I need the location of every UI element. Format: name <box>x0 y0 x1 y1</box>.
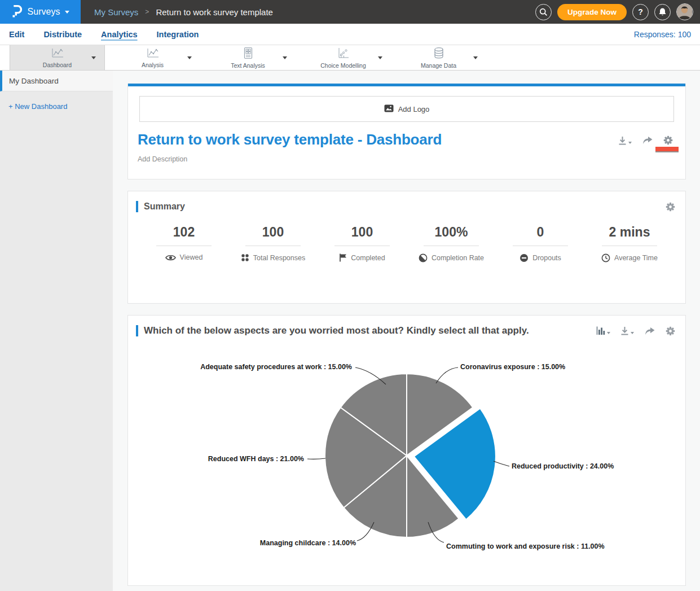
chart-share-button[interactable] <box>644 327 655 335</box>
stat-completed: 100Completed <box>318 225 407 262</box>
pie-label-adequate-safety-procedures-at-work: Adequate safety procedures at work : 15.… <box>200 363 352 371</box>
toolbar-item-choice-modelling[interactable]: Choice Modelling <box>296 45 391 70</box>
accent-topbar <box>128 84 685 86</box>
pie-label-reduced-wfh-days: Reduced WFH days : 21.00% <box>208 455 304 463</box>
nav-tab-distribute[interactable]: Distribute <box>43 30 82 39</box>
chevron-down-icon[interactable] <box>283 56 287 59</box>
subnav-tabs: EditDistributeAnalyticsIntegration <box>9 30 199 39</box>
stat-value: 100 <box>262 225 284 240</box>
eye-icon <box>165 254 176 261</box>
notifications-button[interactable] <box>654 4 671 20</box>
stat-label: Total Responses <box>253 254 305 262</box>
stat-caption: Viewed <box>165 253 203 261</box>
stat-caption: Average Time <box>601 253 658 262</box>
dots-icon <box>241 253 249 262</box>
upgrade-now-button[interactable]: Upgrade Now <box>557 4 627 20</box>
chevron-down-icon <box>65 11 69 14</box>
chevron-down-icon[interactable] <box>378 56 382 59</box>
image-icon <box>384 104 394 114</box>
stat-completion-rate: 100%Completion Rate <box>407 225 496 262</box>
pie-label-managing-childcare: Managing childcare : 14.00% <box>260 539 356 547</box>
add-logo-button[interactable]: Add Logo <box>139 96 674 122</box>
top-navbar: Surveys My Surveys > Return to work surv… <box>0 0 700 24</box>
stat-value: 102 <box>173 225 195 240</box>
accent-bar <box>136 201 138 212</box>
divider <box>602 246 657 246</box>
search-icon <box>539 8 548 16</box>
stat-caption: Completion Rate <box>419 253 484 262</box>
line-chart-icon <box>146 47 160 61</box>
summary-settings-button[interactable] <box>666 202 675 212</box>
stat-value: 100 <box>351 225 373 240</box>
chevron-down-icon[interactable] <box>473 56 478 59</box>
toolbar-item-dashboard[interactable]: Dashboard <box>10 45 105 70</box>
database-icon <box>433 47 445 62</box>
chart-download-button[interactable] <box>620 326 634 335</box>
main-content: Add Logo Return to work survey template … <box>113 71 700 591</box>
share-button[interactable] <box>642 136 653 145</box>
nav-tab-edit[interactable]: Edit <box>9 30 24 39</box>
breadcrumb-my-surveys[interactable]: My Surveys <box>94 7 138 17</box>
toolbar-item-label: Analysis <box>142 62 164 68</box>
sidebar-item-my-dashboard[interactable]: My Dashboard <box>0 71 113 91</box>
nav-tab-integration[interactable]: Integration <box>157 30 199 39</box>
stat-caption: Total Responses <box>241 253 305 262</box>
chart-actions <box>596 326 675 336</box>
toolbar-item-label: Dashboard <box>43 62 72 68</box>
half-circle-icon <box>419 253 428 262</box>
add-logo-label: Add Logo <box>398 105 430 113</box>
chart-type-button[interactable] <box>596 326 610 335</box>
chevron-down-icon <box>628 142 632 144</box>
toolbar-item-analysis[interactable]: Analysis <box>105 45 200 70</box>
new-dashboard-button[interactable]: + New Dashboard <box>8 102 113 111</box>
toolbar-item-label: Choice Modelling <box>320 62 366 69</box>
download-icon <box>618 136 627 145</box>
add-description-button[interactable]: Add Description <box>128 148 685 163</box>
download-icon <box>620 326 629 335</box>
gear-icon <box>663 135 673 145</box>
product-switcher[interactable]: Surveys <box>0 0 81 24</box>
pie-chart: Coronavirus exposure : 15.00%Reduced pro… <box>128 344 685 577</box>
bar-chart-icon <box>596 326 605 335</box>
gear-icon <box>666 202 675 212</box>
flag-icon <box>339 253 347 262</box>
stat-average-time: 2 minsAverage Time <box>585 225 674 262</box>
avatar[interactable] <box>676 3 693 20</box>
divider <box>245 246 301 246</box>
summary-card: Summary 102Viewed100Total Responses100Co… <box>127 191 686 304</box>
share-icon <box>644 327 655 335</box>
chevron-down-icon[interactable] <box>187 56 192 59</box>
stat-label: Average Time <box>614 254 658 262</box>
stat-value: 2 mins <box>609 225 650 240</box>
chart-settings-button[interactable] <box>666 326 675 336</box>
stat-label: Completion Rate <box>432 254 484 262</box>
analytics-toolbar: DashboardAnalysisText AnalysisChoice Mod… <box>0 45 700 71</box>
settings-button[interactable] <box>663 135 673 145</box>
nav-tab-analytics[interactable]: Analytics <box>101 30 137 39</box>
page-title: Return to work survey template - Dashboa… <box>138 131 442 148</box>
stat-dropouts: 0Dropouts <box>496 225 585 262</box>
stat-label: Dropouts <box>532 254 561 262</box>
dashboard-actions <box>618 131 673 145</box>
chevron-down-icon <box>607 332 610 334</box>
download-button[interactable] <box>618 136 632 145</box>
help-button[interactable]: ? <box>632 4 649 20</box>
pie-label-connector <box>307 458 325 459</box>
divider <box>424 246 479 246</box>
pie-label-coronavirus-exposure: Coronavirus exposure : 15.00% <box>460 363 565 371</box>
divider <box>513 246 568 246</box>
stat-total-responses: 100Total Responses <box>228 225 318 262</box>
pie-label-reduced-productivity: Reduced productivity : 24.00% <box>512 462 614 470</box>
search-button[interactable] <box>535 4 552 20</box>
dashboard-header-card: Add Logo Return to work survey template … <box>127 84 686 180</box>
toolbar-item-manage-data[interactable]: Manage Data <box>391 45 486 70</box>
sidebar: My Dashboard + New Dashboard <box>0 71 113 591</box>
toolbar-item-text-analysis[interactable]: Text Analysis <box>200 45 296 70</box>
summary-title: Summary <box>144 202 185 212</box>
chevron-down-icon[interactable] <box>91 56 96 59</box>
toolbar-item-label: Manage Data <box>421 62 456 69</box>
breadcrumb: My Surveys > Return to work survey templ… <box>94 7 273 17</box>
stat-value: 100% <box>435 225 468 240</box>
share-icon <box>642 136 653 145</box>
product-name: Surveys <box>28 7 60 17</box>
